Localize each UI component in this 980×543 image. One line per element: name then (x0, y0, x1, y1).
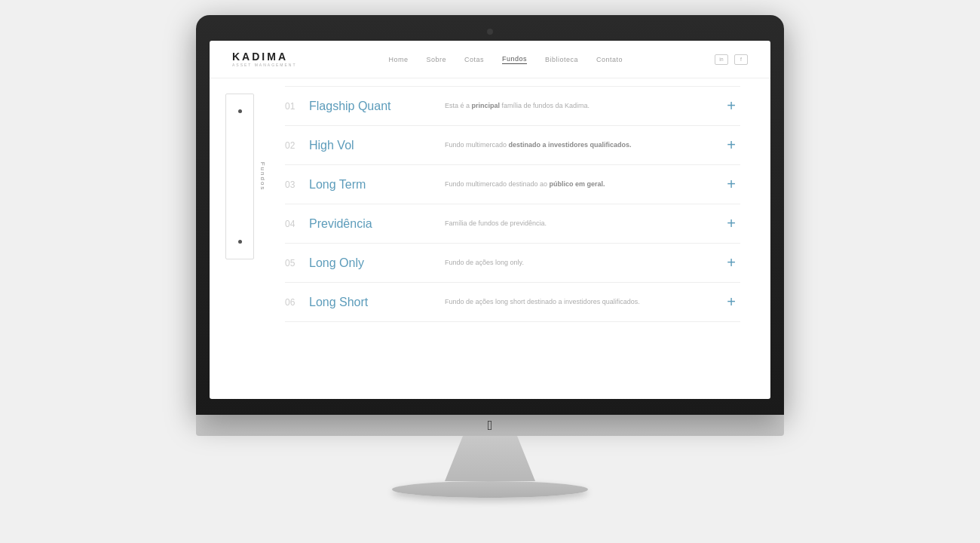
apple-logo:  (488, 418, 493, 434)
imac-wrapper: KADIMA ASSET MANAGEMENT Home Sobre Cotas… (196, 15, 784, 528)
imac-stand-base (392, 481, 588, 498)
fund-item-5[interactable]: 05 Long Only Fundo de ações long only. + (285, 244, 740, 283)
nav-link-biblioteca[interactable]: Biblioteca (545, 56, 578, 63)
fund-number-1: 01 (285, 101, 309, 112)
sidebar-box: Fundos (225, 94, 254, 259)
fund-desc-2: Fundo multimercado destinado a investido… (430, 140, 722, 150)
logo-sub: ASSET MANAGEMENT (232, 63, 297, 67)
fund-item-3[interactable]: 03 Long Term Fundo multimercado destinad… (285, 165, 740, 204)
fund-item-6[interactable]: 06 Long Short Fundo de ações long short … (285, 283, 740, 322)
fund-name-6: Long Short (309, 296, 430, 309)
nav-link-contato[interactable]: Contato (596, 56, 623, 63)
fund-item-4[interactable]: 04 Previdência Família de fundos de prev… (285, 204, 740, 244)
nav-link-fundos[interactable]: Fundos (502, 55, 527, 64)
fund-number-5: 05 (285, 258, 309, 268)
fund-item-2[interactable]: 02 High Vol Fundo multimercado destinado… (285, 126, 740, 165)
fund-desc-1: Esta é a principal família de fundos da … (430, 101, 722, 111)
sidebar: Fundos (210, 78, 270, 399)
social-icon-2[interactable]: f (734, 54, 748, 65)
nav-icons: in f (715, 54, 748, 65)
social-icon-1[interactable]: in (715, 54, 728, 65)
fund-desc-6: Fundo de ações long short destinado a in… (430, 297, 722, 307)
fund-name-3: Long Term (309, 178, 430, 192)
fund-desc-4: Família de fundos de previdência. (430, 219, 722, 229)
fund-plus-5[interactable]: + (722, 254, 740, 272)
fund-number-4: 04 (285, 219, 309, 229)
fund-plus-1[interactable]: + (722, 97, 740, 115)
fund-name-2: High Vol (309, 139, 430, 152)
imac-chin:  (196, 415, 784, 436)
sidebar-dot-bottom (238, 240, 242, 244)
logo-name: KADIMA (232, 51, 297, 62)
sidebar-dot-top (238, 109, 242, 113)
funds-area: 01 Flagship Quant Esta é a principal fam… (270, 78, 770, 399)
nav: KADIMA ASSET MANAGEMENT Home Sobre Cotas… (210, 41, 770, 78)
sidebar-label: Fundos (259, 162, 266, 192)
nav-link-cotas[interactable]: Cotas (464, 56, 484, 63)
fund-plus-2[interactable]: + (722, 137, 740, 154)
nav-links: Home Sobre Cotas Fundos Biblioteca Conta… (388, 55, 623, 64)
imac-camera (487, 29, 493, 35)
fund-plus-4[interactable]: + (722, 215, 740, 232)
fund-name-5: Long Only (309, 256, 430, 270)
fund-plus-6[interactable]: + (722, 293, 740, 311)
imac-stand-neck (445, 436, 535, 481)
fund-number-3: 03 (285, 179, 309, 190)
imac-screen-bezel: KADIMA ASSET MANAGEMENT Home Sobre Cotas… (196, 15, 784, 415)
nav-link-sobre[interactable]: Sobre (426, 56, 446, 63)
fund-plus-3[interactable]: + (722, 176, 740, 193)
nav-link-home[interactable]: Home (388, 56, 408, 63)
fund-name-1: Flagship Quant (309, 100, 430, 113)
fund-desc-3: Fundo multimercado destinado ao público … (430, 179, 722, 189)
website: KADIMA ASSET MANAGEMENT Home Sobre Cotas… (210, 41, 770, 399)
main-content: Fundos 01 Flagship Quant Esta é a princi… (210, 78, 770, 399)
fund-number-2: 02 (285, 140, 309, 151)
logo-area: KADIMA ASSET MANAGEMENT (232, 51, 297, 67)
fund-name-4: Previdência (309, 217, 430, 231)
fund-number-6: 06 (285, 297, 309, 308)
fund-desc-5: Fundo de ações long only. (430, 258, 722, 268)
imac-screen: KADIMA ASSET MANAGEMENT Home Sobre Cotas… (210, 41, 770, 399)
fund-item-1[interactable]: 01 Flagship Quant Esta é a principal fam… (285, 86, 740, 126)
